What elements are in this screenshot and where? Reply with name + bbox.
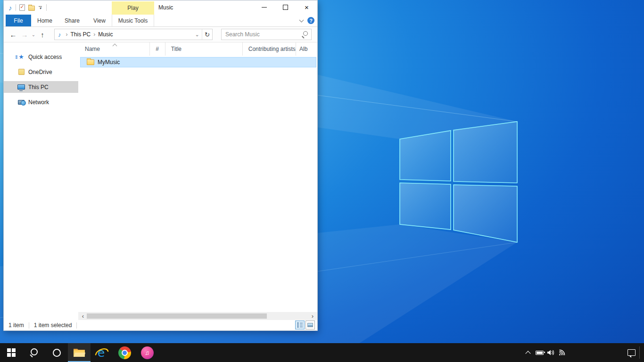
maximize-button[interactable]: [275, 0, 296, 14]
contextual-tab-play[interactable]: Play: [112, 1, 154, 15]
details-view-icon: [297, 322, 303, 328]
up-button[interactable]: ↑: [37, 29, 48, 40]
file-name: MyMusic: [98, 59, 120, 66]
breadcrumb-chevron-icon: ›: [63, 31, 71, 38]
search-icon[interactable]: [301, 31, 309, 38]
itunes-icon: ♫: [141, 346, 154, 359]
scroll-right-icon[interactable]: ›: [309, 312, 316, 320]
horizontal-scrollbar[interactable]: ‹ ›: [78, 312, 317, 320]
chrome-icon: [118, 346, 131, 359]
column-header-name[interactable]: Name: [80, 42, 150, 56]
breadcrumb-chevron-icon: ›: [91, 31, 98, 38]
battery-icon: [536, 351, 544, 355]
start-button[interactable]: [0, 343, 23, 362]
chevron-up-icon: [525, 351, 530, 356]
navigation-pane: ★ Quick access OneDrive This PC Network: [4, 42, 78, 320]
details-view-button[interactable]: [295, 321, 305, 329]
column-header-title[interactable]: Title: [165, 42, 243, 56]
main-area: ★ Quick access OneDrive This PC Network: [4, 42, 317, 320]
tab-music-tools[interactable]: Music Tools: [112, 15, 154, 26]
column-header-contributing-artists[interactable]: Contributing artists: [243, 42, 296, 56]
close-button[interactable]: ×: [296, 0, 317, 14]
expand-ribbon-icon[interactable]: [299, 17, 304, 22]
sidebar-item-this-pc[interactable]: This PC: [4, 81, 78, 93]
selection-count: 1 item selected: [34, 322, 72, 329]
volume-status[interactable]: [545, 343, 556, 362]
breadcrumb-music[interactable]: Music: [98, 31, 113, 38]
action-center-button[interactable]: [621, 343, 641, 362]
file-explorer-window: ♪ ▾ Play Music × File Home Share View: [3, 0, 318, 331]
title-bar: ♪ ▾ Play Music ×: [4, 0, 317, 15]
internet-explorer-icon: e: [95, 346, 109, 360]
breadcrumb-this-pc[interactable]: This PC: [71, 31, 91, 38]
minimize-button[interactable]: [254, 0, 275, 14]
scrollbar-thumb[interactable]: [87, 313, 267, 319]
speaker-icon: [547, 349, 555, 356]
status-bar: 1 item 1 item selected: [4, 320, 317, 330]
sidebar-item-quick-access[interactable]: ★ Quick access: [4, 51, 78, 63]
close-icon: ×: [305, 4, 309, 11]
item-count: 1 item: [8, 322, 24, 329]
cortana-button[interactable]: [45, 343, 68, 362]
navigation-bar: ← → ⌄ ↑ ♪ › This PC › Music ⌄ ↻: [4, 27, 317, 42]
sidebar-item-label: This PC: [28, 84, 49, 90]
tab-home[interactable]: Home: [31, 15, 58, 26]
customize-toolbar-dropdown-icon[interactable]: ▾: [38, 6, 43, 9]
tab-share[interactable]: Share: [58, 15, 86, 26]
address-dropdown-icon[interactable]: ⌄: [192, 32, 202, 38]
action-center-icon: [627, 349, 636, 356]
sidebar-item-onedrive[interactable]: OneDrive: [4, 66, 78, 78]
help-icon[interactable]: ?: [307, 17, 314, 24]
properties-icon[interactable]: [19, 4, 25, 11]
onedrive-folder-icon: [17, 69, 25, 75]
back-button[interactable]: ←: [8, 29, 19, 40]
search-icon: [29, 348, 39, 357]
file-explorer-icon: [73, 347, 85, 358]
cortana-ring-icon: [53, 349, 61, 357]
quick-access-star-icon: ★: [17, 54, 25, 60]
music-note-icon: ♪: [55, 32, 63, 38]
file-row-mymusic[interactable]: MyMusic: [80, 57, 316, 67]
sidebar-item-label: OneDrive: [28, 69, 52, 75]
battery-status[interactable]: [534, 343, 545, 362]
refresh-icon[interactable]: ↻: [202, 29, 212, 40]
taskbar-chrome-button[interactable]: [113, 343, 136, 362]
separator: [46, 4, 47, 11]
search-input[interactable]: [222, 31, 301, 38]
tab-file[interactable]: File: [6, 15, 31, 26]
search-box: [221, 29, 312, 40]
recent-locations-dropdown-icon[interactable]: ⌄: [30, 32, 37, 37]
minimize-icon: [262, 7, 267, 8]
new-folder-icon[interactable]: [28, 6, 35, 11]
quick-access-toolbar: ♪ ▾: [8, 0, 47, 15]
scroll-left-icon[interactable]: ‹: [79, 312, 87, 320]
separator: [76, 322, 77, 329]
taskbar-file-explorer-button[interactable]: [68, 343, 91, 362]
show-desktop-button[interactable]: [640, 343, 644, 362]
column-headers: Name # Title Contributing artists Alb: [78, 42, 317, 56]
separator: [29, 322, 29, 329]
separator: [16, 4, 16, 11]
window-title: Music: [158, 0, 173, 15]
column-header-number[interactable]: #: [150, 42, 165, 56]
tray-expand-button[interactable]: [522, 343, 534, 362]
svg-text:e: e: [98, 346, 105, 360]
taskbar-internet-explorer-button[interactable]: e: [91, 343, 113, 362]
network-status[interactable]: [556, 343, 568, 362]
forward-button[interactable]: →: [19, 29, 30, 40]
ribbon-tabs: File Home Share View Music Tools ?: [4, 15, 317, 27]
taskbar-itunes-button[interactable]: ♫: [136, 343, 158, 362]
large-icons-view-button[interactable]: [305, 321, 315, 329]
address-bar[interactable]: ♪ › This PC › Music ⌄ ↻: [54, 29, 213, 40]
monitor-icon: [17, 84, 25, 90]
view-buttons: [295, 321, 315, 329]
sort-ascending-icon: [112, 44, 117, 49]
folder-icon: [87, 59, 94, 65]
windows-start-icon: [7, 348, 16, 357]
column-header-album[interactable]: Alb: [296, 42, 317, 56]
sidebar-item-network[interactable]: Network: [4, 96, 78, 108]
wifi-icon: [558, 349, 566, 356]
taskbar-search-button[interactable]: [23, 343, 45, 362]
tab-view[interactable]: View: [86, 15, 113, 26]
ribbon-controls: ?: [300, 15, 314, 26]
